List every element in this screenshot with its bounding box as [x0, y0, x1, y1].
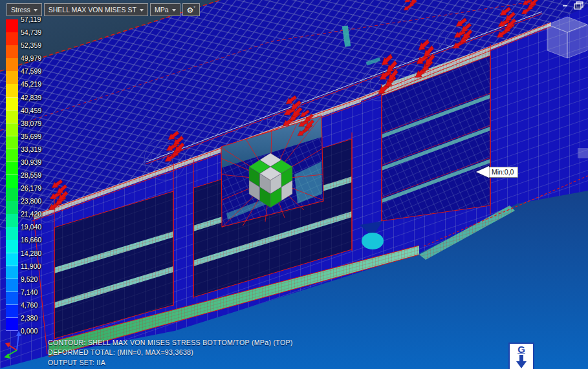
min-marker-label: Min:0,0 — [488, 167, 518, 178]
gravity-direction-symbol: G — [508, 343, 534, 369]
view-orientation-cube[interactable] — [547, 17, 587, 58]
gravity-label: G — [517, 344, 525, 355]
result-vector-dropdown[interactable]: SHELL MAX VON MISES ST — [44, 3, 148, 16]
fea-viewport[interactable]: Stress SHELL MAX VON MISES ST MPa ⚙° 57,… — [0, 0, 588, 369]
result-category-label: Stress — [11, 6, 30, 14]
result-category-dropdown[interactable]: Stress — [6, 3, 42, 16]
translucent-label-fragment — [578, 148, 588, 158]
unit-label: MPa — [155, 6, 169, 14]
cyan-bulb — [362, 233, 384, 249]
min-value-marker: Min:0,0 — [476, 166, 518, 178]
gravity-down-arrow-icon — [516, 355, 527, 369]
postprocess-toolbar: Stress SHELL MAX VON MISES ST MPa ⚙° — [6, 3, 200, 16]
gear-icon: ⚙° — [187, 6, 196, 14]
result-vector-label: SHELL MAX VON MISES ST — [49, 6, 136, 14]
model-scene[interactable] — [0, 0, 588, 369]
chevron-down-icon — [172, 9, 176, 12]
chevron-down-icon — [34, 9, 38, 12]
min-marker-arrow-icon — [476, 166, 489, 178]
contour-options-button[interactable]: ⚙° — [182, 3, 201, 16]
chevron-down-icon — [140, 9, 144, 12]
unit-dropdown[interactable]: MPa — [150, 3, 180, 16]
